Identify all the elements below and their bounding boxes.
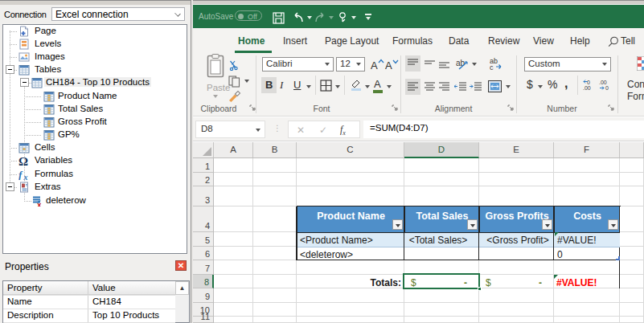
svg-text:x: x	[23, 173, 28, 181]
svg-text:0: 0	[587, 80, 590, 85]
svg-text:ab: ab	[456, 59, 466, 67]
svg-text:Ω: Ω	[18, 155, 28, 166]
svg-text:x: x	[37, 201, 41, 207]
svg-text:c: c	[490, 63, 494, 71]
svg-text:f: f	[18, 169, 23, 180]
svg-text:.00: .00	[583, 85, 591, 91]
svg-text:0: 0	[605, 85, 609, 91]
svg-text:.00: .00	[599, 80, 607, 85]
